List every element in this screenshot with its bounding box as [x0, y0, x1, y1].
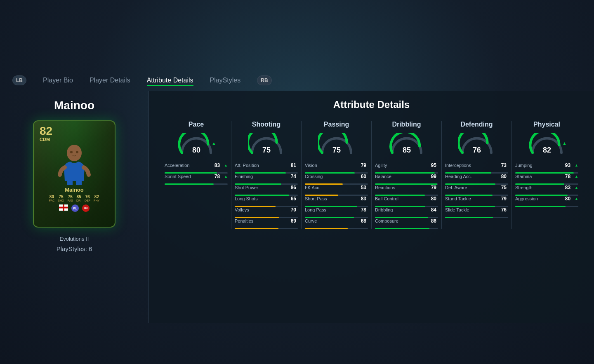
stat-row: Stand Tackle79 — [445, 196, 508, 202]
tab-attribute-details[interactable]: Attribute Details — [147, 75, 193, 86]
stat-label: Aggression — [515, 196, 559, 201]
stat-row: Jumping93▲ — [515, 162, 578, 168]
stat-value: 78 — [561, 174, 570, 179]
stat-row: Agility95 — [375, 162, 438, 168]
stat-label: Long Shots — [235, 196, 285, 201]
lb-button[interactable]: LB — [12, 75, 26, 85]
stat-row: Def. Aware75 — [445, 185, 508, 190]
attr-col-passing: Passing 75 Vision79Crossing60FK Acc.53Sh… — [302, 121, 372, 229]
stat-pace-0: Acceleration83▲ — [165, 162, 228, 174]
stat-row: Ball Control80 — [375, 196, 438, 202]
stat-row: Penalties69 — [235, 218, 298, 224]
rb-button[interactable]: RB — [257, 75, 271, 85]
stat-value: 95 — [427, 162, 436, 168]
card-stat-pac: 80 PAC — [49, 195, 54, 202]
stat-value: 99 — [427, 174, 436, 179]
stat-bar-container — [445, 217, 508, 218]
card-rating: 82 — [40, 125, 52, 137]
tab-playstyles[interactable]: PlayStyles — [210, 75, 241, 86]
stat-passing-0: Vision79 — [305, 162, 368, 174]
stat-value: 65 — [286, 196, 296, 202]
attr-col-defending: Defending 76 Interceptions73Heading Acc.… — [442, 121, 512, 229]
stat-value: 79 — [427, 185, 436, 190]
stat-value: 76 — [497, 207, 507, 213]
stat-arrow-up-icon: ▲ — [575, 163, 578, 167]
card-stat-phy: 82 PHY — [94, 195, 99, 202]
svg-text:76: 76 — [472, 146, 481, 154]
stat-label: FK Acc. — [305, 185, 355, 190]
stat-value: 83 — [561, 185, 570, 190]
stat-label: Acceleration — [165, 163, 208, 168]
stat-row: Dribbling84 — [375, 207, 438, 213]
stat-label: Composure — [375, 218, 425, 223]
club-badge: MU — [82, 204, 90, 212]
stat-row: Sprint Speed78▲ — [165, 174, 228, 179]
evolution-label: Evolutions II — [60, 236, 89, 242]
league-badge: PL — [71, 204, 79, 212]
stat-defending-0: Interceptions73 — [445, 162, 508, 174]
stat-bar — [305, 228, 348, 229]
svg-point-5 — [70, 151, 73, 153]
nav-bar: LB Player Bio Player Details Attribute D… — [0, 70, 594, 91]
stat-defending-1: Heading Acc.80 — [445, 174, 508, 185]
stat-label: Finishing — [235, 174, 285, 179]
stat-value: 53 — [356, 185, 366, 190]
stat-row: Long Shots65 — [235, 196, 298, 202]
attr-col-title-pace: Pace — [189, 121, 204, 128]
stat-value: 86 — [427, 218, 436, 224]
stat-passing-1: Crossing60 — [305, 174, 368, 185]
stat-row: Att. Position81 — [235, 162, 298, 168]
playstyles-label: PlayStyles: 6 — [57, 245, 92, 252]
right-panel: Attribute Details Pace 80 ▲ Acceleration… — [148, 91, 594, 323]
tab-player-bio[interactable]: Player Bio — [43, 75, 73, 86]
stat-label: Long Pass — [305, 207, 355, 212]
stat-label: Reactions — [375, 185, 425, 190]
stat-physical-2: Strength83▲ — [515, 185, 578, 196]
card-stat-def: 76 DEF — [85, 195, 90, 202]
stat-row: Shot Power86 — [235, 185, 298, 190]
stat-shooting-2: Shot Power86 — [235, 185, 298, 196]
attr-col-title-dribbling: Dribbling — [392, 121, 421, 128]
stat-label: Crossing — [305, 174, 355, 179]
stat-label: Strength — [515, 185, 559, 190]
stat-row: Acceleration83▲ — [165, 162, 228, 168]
stat-value: 73 — [497, 162, 507, 168]
stat-label: Slide Tackle — [445, 207, 495, 212]
stat-label: Stand Tackle — [445, 196, 495, 201]
stat-dribbling-5: Composure86 — [375, 218, 438, 229]
svg-rect-2 — [76, 180, 82, 185]
attr-col-pace: Pace 80 ▲ Acceleration83▲Sprint Speed78▲ — [161, 121, 231, 229]
card-stat-dri: 85 DRI — [76, 195, 81, 202]
stat-bar-container — [515, 206, 578, 207]
card-top: 82 CDM — [34, 121, 115, 142]
stat-label: Shot Power — [235, 185, 285, 190]
stat-row: Crossing60 — [305, 174, 368, 179]
svg-point-6 — [76, 151, 78, 153]
gauge-dribbling: 85 — [388, 133, 425, 156]
stat-label: Balance — [375, 174, 425, 179]
stat-value: 70 — [286, 207, 296, 213]
stat-row: Heading Acc.80 — [445, 174, 508, 179]
svg-text:75: 75 — [332, 146, 340, 154]
stat-bar-container — [305, 228, 368, 229]
attr-col-physical: Physical 82 ▲ Jumping93▲Stamina78▲Streng… — [512, 121, 582, 229]
tab-player-details[interactable]: Player Details — [90, 75, 130, 86]
stat-value: 69 — [286, 218, 296, 224]
stat-physical-0: Jumping93▲ — [515, 162, 578, 174]
attr-col-title-shooting: Shooting — [252, 121, 280, 128]
stat-row: Long Pass78 — [305, 207, 368, 213]
stat-value: 80 — [497, 174, 507, 179]
player-image-area — [47, 144, 101, 185]
stat-row: Strength83▲ — [515, 185, 578, 190]
stat-value: 80 — [561, 196, 570, 202]
stat-value: 74 — [286, 174, 296, 179]
stat-row: Aggression80▲ — [515, 196, 578, 202]
stat-defending-2: Def. Aware75 — [445, 185, 508, 196]
stat-label: Curve — [305, 218, 355, 223]
stat-row: Volleys70 — [235, 207, 298, 213]
svg-text:80: 80 — [192, 146, 200, 154]
stat-label: Penalties — [235, 218, 285, 223]
left-panel: Mainoo 82 CDM — [0, 91, 148, 323]
stat-label: Stamina — [515, 174, 559, 179]
attr-col-shooting: Shooting 75 Att. Position81Finishing74Sh… — [231, 121, 302, 229]
